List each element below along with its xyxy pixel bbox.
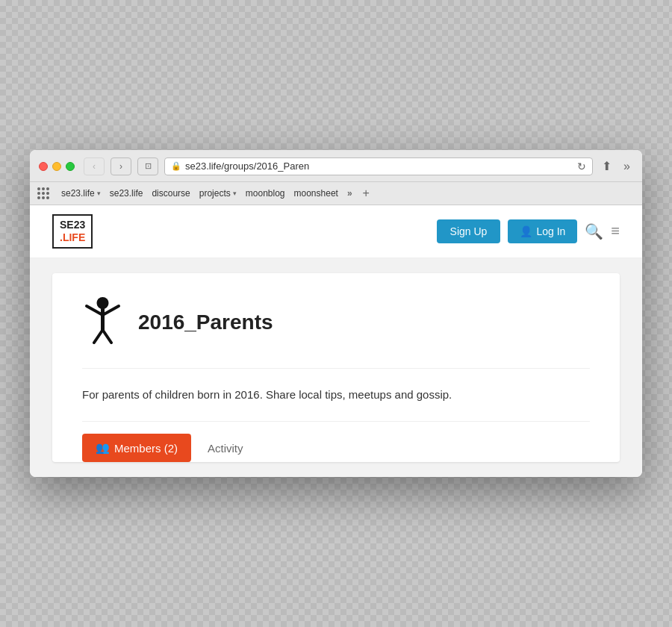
share-icon: ⬆ bbox=[602, 160, 612, 172]
tabs-bar: se23.life ▾ se23.life discourse projects… bbox=[30, 182, 642, 205]
group-card: 2016_Parents For parents of children bor… bbox=[52, 273, 620, 463]
svg-line-4 bbox=[94, 330, 103, 343]
search-icon: 🔍 bbox=[585, 223, 603, 240]
activity-tab[interactable]: Activity bbox=[194, 434, 257, 462]
back-button[interactable]: ‹ bbox=[84, 157, 105, 175]
members-label: Members (2) bbox=[114, 442, 178, 455]
tab-projects[interactable]: projects ▾ bbox=[199, 188, 237, 199]
menu-icon: ≡ bbox=[611, 222, 620, 239]
tab-moonsheet[interactable]: moonsheet bbox=[294, 188, 338, 199]
signup-button[interactable]: Sign Up bbox=[437, 219, 501, 243]
members-tab[interactable]: 👥 Members (2) bbox=[82, 434, 191, 462]
tab-se23-life[interactable]: se23.life bbox=[110, 188, 143, 199]
tab-label: discourse bbox=[152, 188, 190, 199]
chevron-down-icon: ▾ bbox=[233, 190, 237, 197]
lock-icon: 🔒 bbox=[171, 161, 181, 171]
site-header: SE23 .LIFE Sign Up 👤 Log In 🔍 ≡ bbox=[30, 205, 642, 258]
hamburger-button[interactable]: ≡ bbox=[611, 222, 620, 240]
refresh-button[interactable]: ↻ bbox=[577, 160, 586, 172]
share-button[interactable]: ⬆ bbox=[599, 157, 615, 175]
minimize-button[interactable] bbox=[52, 162, 61, 171]
tab-moonblog[interactable]: moonblog bbox=[246, 188, 285, 199]
person-icon: 👤 bbox=[520, 225, 532, 237]
sidebar-button[interactable]: ⊡ bbox=[137, 157, 158, 175]
more-icon: » bbox=[623, 160, 630, 172]
site-logo: SE23 .LIFE bbox=[52, 214, 93, 249]
sidebar-icon: ⊡ bbox=[145, 161, 152, 171]
group-name: 2016_Parents bbox=[138, 311, 273, 334]
tab-se23-life-main[interactable]: se23.life ▾ bbox=[61, 188, 101, 199]
tab-label: se23.life bbox=[110, 188, 143, 199]
back-icon: ‹ bbox=[93, 161, 96, 172]
group-avatar-icon bbox=[82, 296, 123, 350]
tab-label: moonsheet bbox=[294, 188, 338, 199]
members-icon: 👥 bbox=[96, 441, 110, 455]
header-actions: Sign Up 👤 Log In 🔍 ≡ bbox=[437, 219, 620, 243]
main-content: 2016_Parents For parents of children bor… bbox=[30, 258, 642, 478]
tab-discourse[interactable]: discourse bbox=[152, 188, 190, 199]
login-button[interactable]: 👤 Log In bbox=[508, 219, 577, 243]
more-button[interactable]: » bbox=[620, 158, 633, 175]
title-bar: ‹ › ⊡ 🔒 se23.life/groups/2016_Paren ↻ ⬆ … bbox=[30, 150, 642, 182]
forward-icon: › bbox=[119, 161, 122, 172]
website-content: SE23 .LIFE Sign Up 👤 Log In 🔍 ≡ bbox=[30, 205, 642, 477]
logo-line2: .LIFE bbox=[60, 231, 85, 244]
chevron-down-icon: ▾ bbox=[97, 190, 101, 197]
tab-label: se23.life bbox=[61, 188, 95, 199]
new-tab-button[interactable]: + bbox=[363, 187, 370, 200]
forward-button[interactable]: › bbox=[111, 157, 131, 175]
tab-label: moonblog bbox=[246, 188, 285, 199]
apps-grid-icon[interactable] bbox=[37, 187, 49, 199]
tabs-overflow-button[interactable]: » bbox=[347, 188, 352, 199]
address-bar[interactable]: 🔒 se23.life/groups/2016_Paren ↻ bbox=[164, 157, 593, 175]
search-button[interactable]: 🔍 bbox=[585, 222, 603, 240]
traffic-lights bbox=[39, 162, 75, 171]
address-text: se23.life/groups/2016_Paren bbox=[185, 160, 573, 172]
login-label: Log In bbox=[536, 225, 565, 237]
group-tabs: 👥 Members (2) Activity bbox=[82, 422, 590, 462]
svg-line-5 bbox=[103, 330, 112, 343]
group-description: For parents of children born in 2016. Sh… bbox=[82, 369, 590, 422]
browser-window: ‹ › ⊡ 🔒 se23.life/groups/2016_Paren ↻ ⬆ … bbox=[30, 150, 642, 477]
logo-line1: SE23 bbox=[60, 219, 85, 231]
close-button[interactable] bbox=[39, 162, 48, 171]
tab-label: projects bbox=[199, 188, 231, 199]
group-header: 2016_Parents bbox=[82, 296, 590, 369]
maximize-button[interactable] bbox=[66, 162, 75, 171]
